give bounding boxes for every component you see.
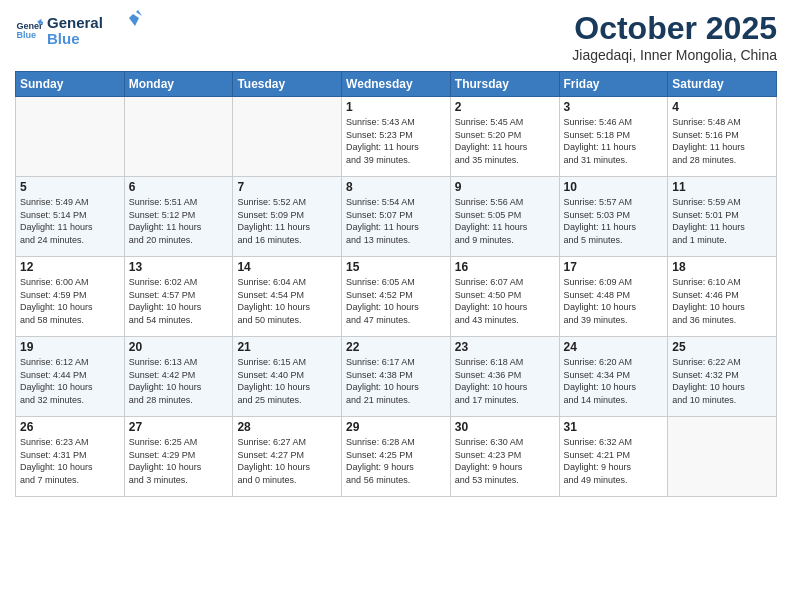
day-number: 20 (129, 340, 229, 354)
week-row-4: 19Sunrise: 6:12 AM Sunset: 4:44 PM Dayli… (16, 337, 777, 417)
day-cell: 16Sunrise: 6:07 AM Sunset: 4:50 PM Dayli… (450, 257, 559, 337)
day-cell: 21Sunrise: 6:15 AM Sunset: 4:40 PM Dayli… (233, 337, 342, 417)
day-cell: 3Sunrise: 5:46 AM Sunset: 5:18 PM Daylig… (559, 97, 668, 177)
day-cell: 5Sunrise: 5:49 AM Sunset: 5:14 PM Daylig… (16, 177, 125, 257)
day-info: Sunrise: 6:13 AM Sunset: 4:42 PM Dayligh… (129, 356, 229, 406)
day-cell: 28Sunrise: 6:27 AM Sunset: 4:27 PM Dayli… (233, 417, 342, 497)
day-info: Sunrise: 5:48 AM Sunset: 5:16 PM Dayligh… (672, 116, 772, 166)
day-info: Sunrise: 5:46 AM Sunset: 5:18 PM Dayligh… (564, 116, 664, 166)
day-number: 10 (564, 180, 664, 194)
day-cell: 9Sunrise: 5:56 AM Sunset: 5:05 PM Daylig… (450, 177, 559, 257)
day-info: Sunrise: 6:23 AM Sunset: 4:31 PM Dayligh… (20, 436, 120, 486)
day-number: 25 (672, 340, 772, 354)
day-info: Sunrise: 6:10 AM Sunset: 4:46 PM Dayligh… (672, 276, 772, 326)
title-block: October 2025 Jiagedaqi, Inner Mongolia, … (572, 10, 777, 63)
day-number: 1 (346, 100, 446, 114)
day-number: 28 (237, 420, 337, 434)
day-cell: 12Sunrise: 6:00 AM Sunset: 4:59 PM Dayli… (16, 257, 125, 337)
day-info: Sunrise: 6:15 AM Sunset: 4:40 PM Dayligh… (237, 356, 337, 406)
day-cell: 22Sunrise: 6:17 AM Sunset: 4:38 PM Dayli… (342, 337, 451, 417)
day-number: 24 (564, 340, 664, 354)
day-info: Sunrise: 5:56 AM Sunset: 5:05 PM Dayligh… (455, 196, 555, 246)
day-info: Sunrise: 6:02 AM Sunset: 4:57 PM Dayligh… (129, 276, 229, 326)
day-cell: 26Sunrise: 6:23 AM Sunset: 4:31 PM Dayli… (16, 417, 125, 497)
day-cell: 13Sunrise: 6:02 AM Sunset: 4:57 PM Dayli… (124, 257, 233, 337)
calendar-table: SundayMondayTuesdayWednesdayThursdayFrid… (15, 71, 777, 497)
day-number: 29 (346, 420, 446, 434)
day-number: 8 (346, 180, 446, 194)
day-cell: 2Sunrise: 5:45 AM Sunset: 5:20 PM Daylig… (450, 97, 559, 177)
day-info: Sunrise: 6:27 AM Sunset: 4:27 PM Dayligh… (237, 436, 337, 486)
day-cell: 8Sunrise: 5:54 AM Sunset: 5:07 PM Daylig… (342, 177, 451, 257)
day-number: 15 (346, 260, 446, 274)
day-info: Sunrise: 6:22 AM Sunset: 4:32 PM Dayligh… (672, 356, 772, 406)
week-row-5: 26Sunrise: 6:23 AM Sunset: 4:31 PM Dayli… (16, 417, 777, 497)
day-cell: 30Sunrise: 6:30 AM Sunset: 4:23 PM Dayli… (450, 417, 559, 497)
day-number: 31 (564, 420, 664, 434)
day-info: Sunrise: 6:20 AM Sunset: 4:34 PM Dayligh… (564, 356, 664, 406)
day-header-saturday: Saturday (668, 72, 777, 97)
day-cell: 31Sunrise: 6:32 AM Sunset: 4:21 PM Dayli… (559, 417, 668, 497)
day-cell: 7Sunrise: 5:52 AM Sunset: 5:09 PM Daylig… (233, 177, 342, 257)
day-number: 11 (672, 180, 772, 194)
day-cell: 15Sunrise: 6:05 AM Sunset: 4:52 PM Dayli… (342, 257, 451, 337)
svg-text:General: General (47, 14, 103, 31)
day-info: Sunrise: 5:51 AM Sunset: 5:12 PM Dayligh… (129, 196, 229, 246)
day-cell (16, 97, 125, 177)
header-row: SundayMondayTuesdayWednesdayThursdayFrid… (16, 72, 777, 97)
day-info: Sunrise: 6:05 AM Sunset: 4:52 PM Dayligh… (346, 276, 446, 326)
day-info: Sunrise: 6:30 AM Sunset: 4:23 PM Dayligh… (455, 436, 555, 486)
day-number: 26 (20, 420, 120, 434)
day-cell (668, 417, 777, 497)
day-info: Sunrise: 6:32 AM Sunset: 4:21 PM Dayligh… (564, 436, 664, 486)
subtitle: Jiagedaqi, Inner Mongolia, China (572, 47, 777, 63)
day-cell: 27Sunrise: 6:25 AM Sunset: 4:29 PM Dayli… (124, 417, 233, 497)
header: General Blue General Blue October 2025 J… (15, 10, 777, 63)
day-cell: 19Sunrise: 6:12 AM Sunset: 4:44 PM Dayli… (16, 337, 125, 417)
day-number: 19 (20, 340, 120, 354)
day-number: 3 (564, 100, 664, 114)
day-cell (233, 97, 342, 177)
day-cell: 1Sunrise: 5:43 AM Sunset: 5:23 PM Daylig… (342, 97, 451, 177)
day-header-thursday: Thursday (450, 72, 559, 97)
week-row-3: 12Sunrise: 6:00 AM Sunset: 4:59 PM Dayli… (16, 257, 777, 337)
day-cell: 20Sunrise: 6:13 AM Sunset: 4:42 PM Dayli… (124, 337, 233, 417)
day-info: Sunrise: 6:07 AM Sunset: 4:50 PM Dayligh… (455, 276, 555, 326)
week-row-2: 5Sunrise: 5:49 AM Sunset: 5:14 PM Daylig… (16, 177, 777, 257)
day-number: 27 (129, 420, 229, 434)
day-number: 12 (20, 260, 120, 274)
day-number: 5 (20, 180, 120, 194)
day-info: Sunrise: 6:18 AM Sunset: 4:36 PM Dayligh… (455, 356, 555, 406)
day-info: Sunrise: 5:49 AM Sunset: 5:14 PM Dayligh… (20, 196, 120, 246)
day-cell: 10Sunrise: 5:57 AM Sunset: 5:03 PM Dayli… (559, 177, 668, 257)
day-info: Sunrise: 6:00 AM Sunset: 4:59 PM Dayligh… (20, 276, 120, 326)
day-number: 16 (455, 260, 555, 274)
day-cell: 24Sunrise: 6:20 AM Sunset: 4:34 PM Dayli… (559, 337, 668, 417)
day-cell: 14Sunrise: 6:04 AM Sunset: 4:54 PM Dayli… (233, 257, 342, 337)
day-info: Sunrise: 5:43 AM Sunset: 5:23 PM Dayligh… (346, 116, 446, 166)
day-info: Sunrise: 5:57 AM Sunset: 5:03 PM Dayligh… (564, 196, 664, 246)
day-number: 23 (455, 340, 555, 354)
svg-text:Blue: Blue (47, 30, 80, 47)
day-info: Sunrise: 6:09 AM Sunset: 4:48 PM Dayligh… (564, 276, 664, 326)
day-number: 13 (129, 260, 229, 274)
day-cell: 25Sunrise: 6:22 AM Sunset: 4:32 PM Dayli… (668, 337, 777, 417)
day-number: 17 (564, 260, 664, 274)
logo-icon: General Blue (15, 16, 43, 44)
day-number: 14 (237, 260, 337, 274)
day-number: 18 (672, 260, 772, 274)
day-number: 4 (672, 100, 772, 114)
logo-svg: General Blue (47, 10, 142, 50)
day-header-friday: Friday (559, 72, 668, 97)
svg-marker-7 (136, 10, 142, 16)
day-info: Sunrise: 5:52 AM Sunset: 5:09 PM Dayligh… (237, 196, 337, 246)
day-info: Sunrise: 6:25 AM Sunset: 4:29 PM Dayligh… (129, 436, 229, 486)
day-cell: 6Sunrise: 5:51 AM Sunset: 5:12 PM Daylig… (124, 177, 233, 257)
day-info: Sunrise: 5:54 AM Sunset: 5:07 PM Dayligh… (346, 196, 446, 246)
day-info: Sunrise: 6:17 AM Sunset: 4:38 PM Dayligh… (346, 356, 446, 406)
day-cell: 18Sunrise: 6:10 AM Sunset: 4:46 PM Dayli… (668, 257, 777, 337)
day-number: 7 (237, 180, 337, 194)
day-header-monday: Monday (124, 72, 233, 97)
svg-marker-6 (129, 14, 139, 26)
day-cell: 4Sunrise: 5:48 AM Sunset: 5:16 PM Daylig… (668, 97, 777, 177)
